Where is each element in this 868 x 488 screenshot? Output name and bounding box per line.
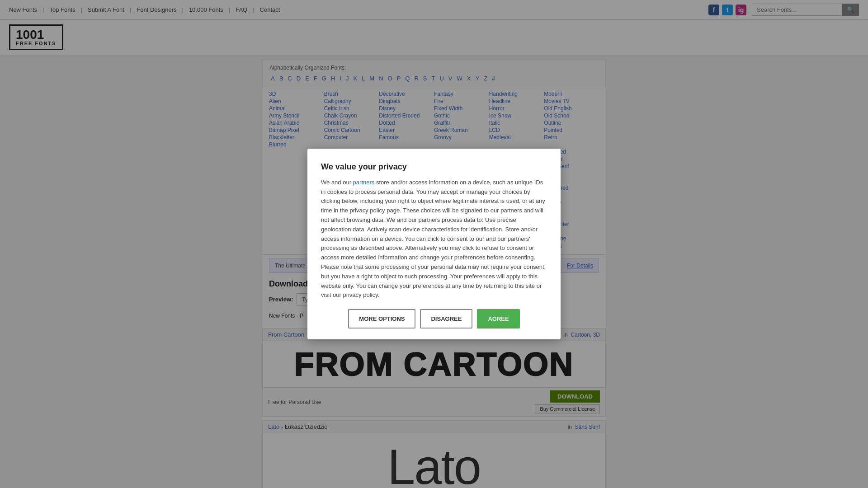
- more-options-button[interactable]: MORE OPTIONS: [348, 309, 415, 328]
- cookie-modal: We value your privacy We and our partner…: [307, 149, 561, 339]
- cookie-overlay: We value your privacy We and our partner…: [0, 0, 868, 488]
- cookie-body: We and our partners store and/or access …: [321, 178, 547, 300]
- cookie-title: We value your privacy: [321, 162, 547, 172]
- cookie-buttons: MORE OPTIONS DISAGREE AGREE: [321, 309, 547, 328]
- cookie-partners-link[interactable]: partners: [353, 179, 375, 186]
- agree-button[interactable]: AGREE: [477, 309, 519, 328]
- disagree-button[interactable]: DISAGREE: [420, 309, 472, 328]
